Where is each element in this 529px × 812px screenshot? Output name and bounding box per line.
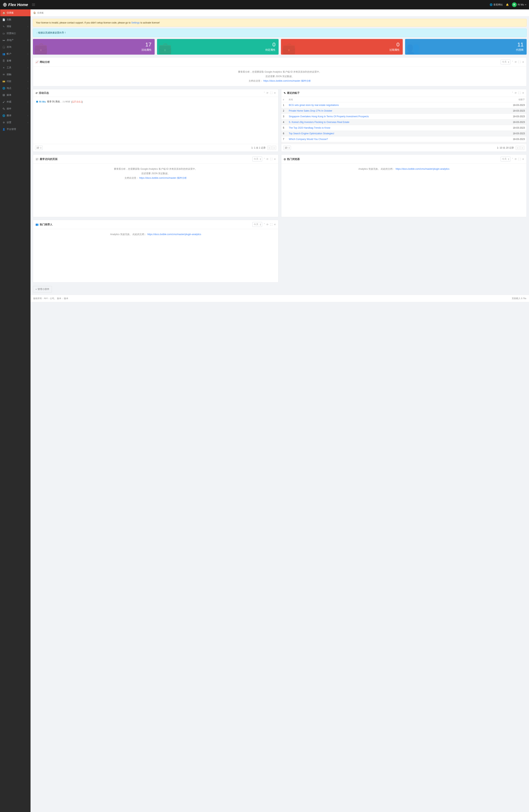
edit-icon: ✎ — [284, 92, 286, 95]
post-link[interactable]: S. Korea's Big Investors Flocking to Ove… — [289, 121, 349, 124]
docs-link[interactable]: https://docs.botble.com/cms/master/plugi… — [147, 233, 201, 236]
chevron-left-icon: ‹ — [28, 67, 28, 69]
collapse-icon[interactable]: ˄ — [264, 158, 265, 160]
fullscreen-icon[interactable]: ⛶ — [518, 92, 520, 95]
refresh-icon[interactable]: ⟳ — [267, 92, 268, 95]
sidebar-item[interactable]: 🗂招贤纳士 — [0, 30, 30, 37]
sidebar-item[interactable]: ✉接触 — [0, 71, 30, 78]
manage-widgets-button[interactable]: + 管理小部件 — [33, 286, 52, 292]
next-page-button[interactable]: › — [272, 146, 276, 150]
fullscreen-icon[interactable]: ⛶ — [270, 92, 272, 95]
top-referrers-panel: 👥热门推荐人 今天▴▾ ˄ ⟳ ⛶ ✕ Analytics 凭据无效。 此处的文… — [33, 220, 278, 282]
fullscreen-icon[interactable]: ⛶ — [518, 158, 520, 160]
sidebar-item[interactable]: ✎博客‹ — [0, 23, 30, 30]
post-link[interactable]: Singapore Overtakes Hong Kong In Terms O… — [289, 115, 369, 118]
stats-row: 💼17活动属性💼0待定属性💼0过期属性👥11代理商 — [33, 39, 527, 55]
sidebar-item-icon: 🖌 — [2, 101, 5, 103]
collapse-icon[interactable]: ˄ — [264, 223, 265, 226]
topbar: Flex Home 🌐 查看网站 🔔 R Ri Wu ▾ — [0, 0, 529, 10]
sidebar-item-icon: 👥 — [2, 53, 5, 55]
stat-card[interactable]: 💼0待定属性 — [157, 39, 279, 55]
license-alert: Your license is invalid, please contact … — [33, 19, 527, 27]
period-select[interactable]: 今天▴▾ — [252, 222, 262, 227]
sidebar-item-icon: ✎ — [2, 25, 5, 28]
docs-link[interactable]: https://docs.botble.com/cms/master/plugi… — [396, 168, 449, 170]
sidebar-item[interactable]: ✕工具‹ — [0, 64, 30, 71]
globe-icon: 🌐 — [490, 3, 492, 6]
sidebar-item-label: 仪表板 — [7, 11, 14, 14]
sidebar-item[interactable]: 👥帐户‹ — [0, 50, 30, 57]
refresh-icon[interactable]: ⟳ — [515, 92, 517, 95]
sidebar-item[interactable]: 🌐翻译‹ — [0, 112, 30, 119]
newspaper-icon: 📰 — [35, 158, 39, 160]
prev-page-button[interactable]: ‹ — [267, 146, 272, 150]
sidebar-toggle[interactable] — [30, 3, 38, 6]
table-row: 4S. Korea's Big Investors Flocking to Ov… — [281, 119, 527, 125]
user-menu[interactable]: R Ri Wu ▾ — [512, 2, 526, 7]
view-site-link[interactable]: 🌐 查看网站 — [490, 3, 503, 6]
post-link[interactable]: Which Company Would You Choose? — [289, 138, 328, 141]
sidebar-item[interactable]: 📄页数 — [0, 16, 30, 23]
next-page-button[interactable]: › — [520, 146, 525, 150]
refresh-icon[interactable]: ⟳ — [267, 158, 268, 160]
close-icon[interactable]: ✕ — [274, 158, 276, 160]
period-select[interactable]: 今天▴▾ — [501, 157, 511, 161]
refresh-icon[interactable]: ⟳ — [267, 223, 268, 226]
fullscreen-icon[interactable]: ⛶ — [270, 158, 272, 160]
close-icon[interactable]: ✕ — [274, 92, 276, 95]
collapse-icon[interactable]: ˄ — [512, 92, 513, 95]
notifications-icon[interactable]: 🔔 — [506, 3, 509, 6]
refresh-icon[interactable]: ⟳ — [515, 61, 517, 63]
sidebar-item-icon: 🌐 — [2, 87, 5, 90]
recent-posts-panel: ✎最近的帖子 ˄ ⟳ ⛶ ✕ # — [281, 89, 527, 152]
sidebar-item[interactable]: 🔌插件 — [0, 105, 30, 112]
brand-logo[interactable]: Flex Home — [3, 2, 28, 7]
post-link[interactable]: Top Search Engine Optimization Strategie… — [289, 132, 334, 135]
collapse-icon[interactable]: ˄ — [264, 92, 265, 95]
post-link[interactable]: BCG sets great store by real estate nego… — [289, 104, 339, 106]
collapse-icon[interactable]: ˄ — [512, 158, 513, 160]
prev-page-button[interactable]: ‹ — [515, 146, 520, 150]
close-icon[interactable]: ✕ — [274, 223, 276, 226]
post-link[interactable]: Private Home Sales Drop 27% In October — [289, 110, 332, 112]
pagesize-select[interactable]: 10▴▾ — [283, 146, 291, 150]
avatar: R — [512, 2, 517, 7]
stat-card[interactable]: 💼0过期属性 — [281, 39, 403, 55]
stat-value: 11 — [517, 42, 524, 47]
sidebar: 🏠仪表板📄页数✎博客‹🗂招贤纳士🛏房地产‹🎧咨询👥帐户‹🗄套餐✕工具‹✉接触💳付… — [0, 10, 30, 812]
activity-pager: 10▴▾ 1- 1 在 1 记录 ‹ › — [33, 144, 278, 151]
close-icon[interactable]: ✕ — [522, 92, 524, 95]
stat-card[interactable]: 👥11代理商 — [405, 39, 527, 55]
refresh-icon[interactable]: ⟳ — [515, 158, 517, 160]
home-icon: 🏠 — [33, 12, 36, 14]
sidebar-item[interactable]: 🖼媒体 — [0, 92, 30, 99]
sidebar-item[interactable]: 🛏房地产‹ — [0, 37, 30, 44]
docs-link[interactable]: https://docs.botble.com/cms/master /插件分析 — [139, 177, 187, 179]
sidebar-item[interactable]: 👤平台管理 — [0, 126, 30, 133]
sidebar-item[interactable]: ⚙设置‹ — [0, 119, 30, 126]
sidebar-item[interactable]: 🏠仪表板 — [0, 10, 30, 16]
close-icon[interactable]: ✕ — [522, 61, 524, 63]
sidebar-item-label: 咨询 — [7, 45, 11, 49]
sidebar-item-label: 接触 — [7, 73, 11, 76]
stat-card[interactable]: 💼17活动属性 — [33, 39, 155, 55]
fullscreen-icon[interactable]: ⛶ — [518, 61, 520, 63]
sidebar-item-label: 外观 — [7, 100, 11, 104]
pagesize-select[interactable]: 10▴▾ — [35, 146, 43, 150]
sidebar-item-label: 付款 — [7, 80, 11, 83]
sidebar-item[interactable]: 🌐地点‹ — [0, 85, 30, 92]
fullscreen-icon[interactable]: ⛶ — [270, 223, 272, 226]
close-icon[interactable]: ✕ — [522, 158, 524, 160]
log-user-link[interactable]: Ri Wu — [39, 100, 46, 103]
sidebar-item[interactable]: 🎧咨询 — [0, 44, 30, 50]
sidebar-item[interactable]: 🗄套餐 — [0, 57, 30, 64]
stat-bg-icon: 💼 — [34, 42, 48, 55]
post-link[interactable]: The Top 2020 Handbag Trends to Know — [289, 127, 330, 129]
period-select[interactable]: 今天▴▾ — [501, 59, 511, 64]
docs-link[interactable]: https://docs.botble.com/cms/master /插件分析 — [263, 79, 311, 82]
settings-link[interactable]: Settings — [131, 21, 140, 24]
period-select[interactable]: 今天▴▾ — [252, 157, 262, 161]
collapse-icon[interactable]: ˄ — [512, 61, 513, 63]
sidebar-item[interactable]: 🖌外观‹ — [0, 99, 30, 105]
sidebar-item[interactable]: 💳付款‹ — [0, 78, 30, 85]
